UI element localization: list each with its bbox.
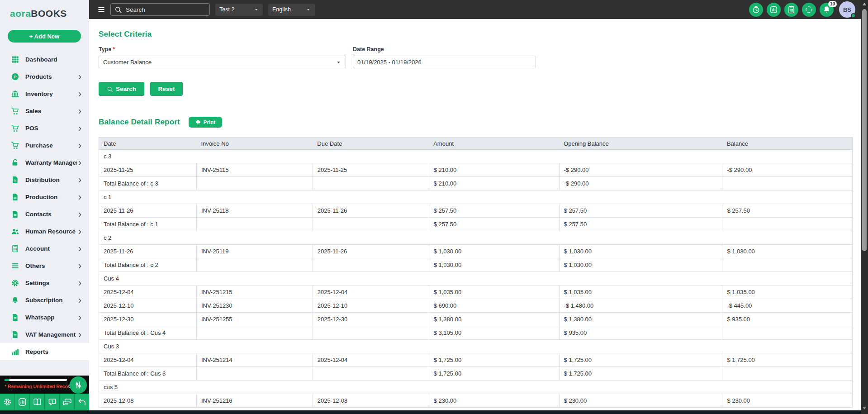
printer-icon xyxy=(195,119,201,125)
scroll-up-arrow[interactable] xyxy=(863,3,866,5)
cell: $ 210.00 xyxy=(429,163,559,177)
customer-group-row: cus 5 xyxy=(99,381,853,394)
sidebar-item-subscription[interactable]: Subscription xyxy=(0,291,89,309)
type-field: Type* Customer Balance xyxy=(99,46,346,68)
total-row: Total Balance of : c 1$ 257.50$ 257.50 xyxy=(99,218,853,231)
cell: $ 1,725.00 xyxy=(559,353,722,367)
analytics-toolbar-button[interactable] xyxy=(15,394,30,410)
search-button[interactable]: Search xyxy=(99,82,144,96)
gear-icon xyxy=(11,279,19,287)
sidebar-item-label: Subscription xyxy=(25,297,77,304)
sliders-icon xyxy=(73,380,84,390)
quick-settings-fab[interactable] xyxy=(70,376,87,394)
cell: $ 1,030.00 xyxy=(429,258,559,272)
cell: INV-251215 xyxy=(196,286,313,299)
logo-text-dark: BOOKS xyxy=(31,8,67,19)
sidebar-item-pos[interactable]: POS xyxy=(0,119,89,137)
sidebar-item-settings[interactable]: Settings xyxy=(0,274,89,291)
print-button[interactable]: Print xyxy=(189,117,222,128)
search-input[interactable] xyxy=(126,6,206,13)
caret-down-icon xyxy=(306,7,311,12)
cell: 2025-12-08 xyxy=(99,394,197,408)
support-chat-toolbar-button[interactable] xyxy=(60,394,75,410)
notifications-button[interactable]: 10 xyxy=(820,3,834,17)
help-toolbar-button[interactable]: ? xyxy=(45,394,60,410)
settings-toolbar-button[interactable] xyxy=(0,394,15,410)
sidebar-item-others[interactable]: Others xyxy=(0,257,89,274)
total-row: Total Balance of : c 2$ 1,030.00$ 1,030.… xyxy=(99,258,853,272)
sidebar-item-distribution[interactable]: Distribution xyxy=(0,171,89,188)
reset-button-label: Reset xyxy=(158,86,175,92)
column-header-due-date: Due Date xyxy=(313,138,429,150)
cell: 2025-12-30 xyxy=(99,313,197,326)
search-icon xyxy=(114,6,122,14)
cell xyxy=(313,367,429,381)
cell: $ 1,035.00 xyxy=(722,286,853,299)
cell: 2025-12-30 xyxy=(313,313,429,326)
scroll-down-arrow[interactable] xyxy=(863,407,866,409)
table-row: 2025-12-30INV-2512552025-12-30$ 1,380.00… xyxy=(99,313,853,326)
sidebar-item-label: Settings xyxy=(25,280,77,286)
add-new-button[interactable]: + Add New xyxy=(8,30,81,43)
bell-icon xyxy=(11,296,19,305)
table-row: 2025-11-25INV-251152025-11-25$ 210.00-$ … xyxy=(99,163,853,177)
undo-toolbar-button[interactable] xyxy=(75,394,89,410)
scan-button[interactable] xyxy=(802,3,816,17)
scrollbar-thumb[interactable] xyxy=(862,9,867,251)
cell: $ 257.50 xyxy=(429,204,559,218)
sidebar-item-vat-management[interactable]: VAT Management xyxy=(0,326,89,343)
customer-group-row: Cus 3 xyxy=(99,340,853,353)
total-row: Total Balance of : Cus 4$ 3,105.00$ 935.… xyxy=(99,326,853,340)
date-range-input[interactable]: 01/19/2025 - 01/19/2026 xyxy=(353,56,536,68)
sidebar-item-production[interactable]: Production xyxy=(0,188,89,205)
sidebar-item-dashboard[interactable]: Dashboard xyxy=(0,51,89,68)
undo-icon xyxy=(77,397,87,407)
sidebar-item-human-resource[interactable]: Human Resource xyxy=(0,223,89,240)
users-icon xyxy=(11,227,19,236)
analytics-button[interactable] xyxy=(767,3,781,17)
user-avatar[interactable]: BS xyxy=(839,1,855,18)
hamburger-menu-icon[interactable] xyxy=(96,5,106,14)
documentation-toolbar-button[interactable] xyxy=(30,394,45,410)
calculator-icon xyxy=(11,244,19,253)
company-select[interactable]: Test 2 xyxy=(215,4,263,16)
sidebar-item-whatsapp[interactable]: Whatsapp xyxy=(0,309,89,326)
calculator-button[interactable] xyxy=(784,3,798,17)
vertical-scrollbar[interactable] xyxy=(861,0,868,414)
sidebar-item-label: Whatsapp xyxy=(25,314,77,321)
criteria-buttons: Search Reset xyxy=(99,82,861,96)
sidebar-item-reports[interactable]: Reports xyxy=(0,343,89,360)
cell: $ 230.00 xyxy=(722,394,853,408)
cell: Total Balance of : Cus 4 xyxy=(99,326,197,340)
sidebar-item-warranty-managem[interactable]: Warranty Managem... xyxy=(0,154,89,171)
chevron-right-icon xyxy=(77,263,83,269)
usage-warning-text: * Remaining Unlimited Reco0% xyxy=(5,384,76,389)
sidebar-item-products[interactable]: PProducts xyxy=(0,68,89,85)
lines-icon xyxy=(11,262,19,270)
chevron-right-icon xyxy=(77,314,83,320)
group-label: c 3 xyxy=(99,150,853,163)
reset-button[interactable]: Reset xyxy=(150,82,183,96)
book-icon xyxy=(33,397,42,407)
language-select[interactable]: English xyxy=(268,4,315,16)
sidebar-item-purchase[interactable]: Purchase xyxy=(0,137,89,154)
cell: $ 1,725.00 xyxy=(722,353,853,367)
cell: $ 1,035.00 xyxy=(429,286,559,299)
cell: $ 935.00 xyxy=(722,313,853,326)
sidebar-item-sales[interactable]: Sales xyxy=(0,102,89,119)
sidebar-item-account[interactable]: Account xyxy=(0,240,89,257)
cell: 2025-11-25 xyxy=(99,163,197,177)
sidebar-item-inventory[interactable]: Inventory xyxy=(0,85,89,102)
type-select-value: Customer Balance xyxy=(103,59,152,66)
column-header-invoice-no: Invoice No xyxy=(196,138,313,150)
chevron-right-icon xyxy=(77,143,83,148)
p-circle-icon: P xyxy=(11,72,19,81)
sidebar-item-label: Reports xyxy=(25,348,83,355)
chart-bars-icon xyxy=(11,347,19,356)
time-tracker-button[interactable] xyxy=(749,3,763,17)
type-select[interactable]: Customer Balance xyxy=(99,56,346,68)
sidebar-item-contacts[interactable]: Contacts xyxy=(0,205,89,223)
topbar: Test 2 English 10BS xyxy=(89,0,861,19)
cell xyxy=(722,367,853,381)
cell: $ 1,725.00 xyxy=(429,367,559,381)
